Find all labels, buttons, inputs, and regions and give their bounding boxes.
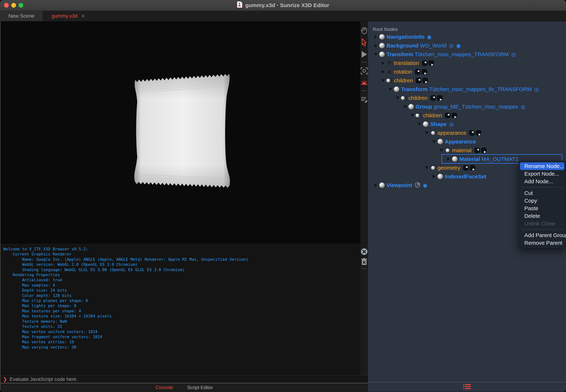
route-buttons[interactable] [415, 69, 427, 75]
menu-item-copy[interactable]: Copy [520, 197, 564, 205]
collapse-arrow-icon[interactable] [373, 35, 379, 39]
route-buttons[interactable] [469, 130, 481, 136]
visibility-circle-icon[interactable]: ◎ [521, 104, 525, 110]
route-input-icon[interactable] [416, 78, 421, 83]
outline-list-icon[interactable] [463, 383, 471, 391]
visibility-circle-icon[interactable]: ◎ [534, 87, 539, 92]
tab-console[interactable]: Console [156, 385, 173, 390]
tab-close-icon[interactable]: × [82, 13, 85, 19]
route-output-icon[interactable] [428, 60, 434, 66]
expand-arrow-icon[interactable] [380, 79, 386, 82]
tree-label: Background WO_World [387, 42, 447, 49]
collapse-arrow-icon[interactable] [380, 70, 386, 74]
tree-row-navigationinfo[interactable]: NavigationInfo◉ [368, 33, 566, 41]
route-output-icon[interactable] [437, 95, 442, 101]
tree-row-transform[interactable]: Transform Tütchen_rissc_mappes_ifs_TRANS… [368, 85, 566, 94]
route-output-icon[interactable] [470, 165, 475, 170]
menu-item-add-parent-group[interactable]: Add Parent Group [520, 231, 564, 239]
route-buttons[interactable] [422, 60, 434, 66]
visibility-circle-icon[interactable]: ◎ [449, 122, 454, 127]
expand-arrow-icon[interactable] [388, 88, 393, 91]
tree-row-material[interactable]: material [368, 146, 566, 155]
visibility-circle-icon[interactable]: ◎ [511, 52, 516, 57]
visibility-circle-icon[interactable]: ◎ [449, 43, 454, 48]
menu-item-delete[interactable]: Delete [520, 212, 564, 220]
collapse-arrow-icon[interactable] [373, 183, 379, 187]
route-input-icon[interactable] [422, 60, 427, 66]
route-input-icon[interactable] [463, 165, 469, 170]
pouch-render [133, 71, 231, 190]
route-buttons[interactable] [463, 165, 475, 170]
script-edit-icon[interactable] [360, 93, 368, 105]
tree-label: children [394, 77, 413, 84]
collapse-arrow-icon[interactable] [431, 175, 437, 178]
proximity-target-icon[interactable]: ◉ [456, 43, 461, 48]
viewpoint-capture-icon[interactable] [360, 65, 368, 77]
tree-row-rotation[interactable]: rotation [368, 68, 566, 76]
tree-row-appearance[interactable]: appearance [368, 128, 566, 137]
tree-row-background[interactable]: Background WO_World◎◉ [368, 41, 566, 50]
expand-arrow-icon[interactable] [424, 166, 430, 169]
route-output-icon[interactable] [481, 148, 487, 153]
route-output-icon[interactable] [422, 78, 428, 83]
menu-item-cut[interactable]: Cut [520, 189, 564, 197]
route-input-icon[interactable] [431, 95, 436, 101]
route-output-icon[interactable] [421, 69, 427, 75]
close-window-button[interactable] [4, 3, 9, 8]
route-buttons[interactable] [445, 113, 457, 118]
route-input-icon[interactable] [445, 113, 450, 118]
collapse-arrow-icon[interactable] [380, 61, 386, 65]
tree-row-transform[interactable]: Transform Tütchen_rissc_mappes_TRANSFORM… [368, 50, 566, 59]
tree-row-shape[interactable]: Shape◎ [368, 120, 566, 128]
expand-arrow-icon[interactable] [373, 53, 379, 56]
tree-row-children[interactable]: children [368, 111, 566, 120]
tree-row-children[interactable]: children [368, 76, 566, 85]
menu-item-add-node[interactable]: Add Node... [520, 178, 564, 185]
route-output-icon[interactable] [451, 113, 457, 118]
route-input-icon[interactable] [469, 130, 475, 136]
x3d-document-icon [237, 1, 243, 9]
titlebar: gummy.x3d · Sunrize X3D Editor [0, 0, 566, 11]
expand-arrow-icon[interactable] [424, 131, 430, 134]
expand-arrow-icon[interactable] [395, 97, 400, 99]
expand-arrow-icon[interactable] [409, 114, 415, 117]
zoom-window-button[interactable] [18, 3, 23, 8]
expand-arrow-icon[interactable] [402, 105, 408, 108]
expand-arrow-icon[interactable] [417, 123, 422, 126]
expand-arrow-icon[interactable] [439, 149, 444, 152]
viewport-3d[interactable] [0, 21, 360, 244]
tree-row-translation[interactable]: translation [368, 59, 566, 68]
console-output[interactable]: Welcome to X_ITE X3D Browser v9.5.2: Cur… [0, 244, 360, 375]
tab-script-editor[interactable]: Script Editor [187, 385, 213, 390]
route-buttons[interactable] [475, 148, 487, 153]
sunrise-light-icon[interactable] [360, 77, 368, 89]
wrench-circle-icon[interactable] [415, 182, 420, 189]
proximity-target-icon[interactable]: ◉ [427, 34, 432, 40]
tree-row-appearance[interactable]: Appearance [368, 137, 566, 146]
route-input-icon[interactable] [475, 148, 480, 153]
console-input[interactable]: ❯ Evaluate JavaScript code here. [0, 375, 368, 383]
collapse-arrow-icon[interactable] [373, 44, 379, 47]
tab-new-scene[interactable]: New Scene [0, 11, 43, 21]
menu-item-export-node[interactable]: Export Node... [520, 170, 564, 178]
menu-item-paste[interactable]: Paste [520, 205, 564, 212]
tree-row-children[interactable]: children [368, 94, 566, 102]
trash-icon[interactable] [360, 257, 368, 267]
route-buttons[interactable] [431, 95, 442, 101]
tree-row-group[interactable]: Group group_ME_Tütchen_rissc_mappes◎ [368, 102, 566, 111]
route-input-icon[interactable] [415, 69, 420, 75]
route-buttons[interactable] [416, 78, 428, 83]
proximity-target-icon[interactable]: ◉ [423, 183, 427, 188]
minimize-window-button[interactable] [11, 3, 16, 8]
menu-item-rename-node[interactable]: Rename Node... [520, 162, 564, 170]
hand-pan-tool[interactable] [360, 24, 368, 36]
play-icon[interactable] [360, 48, 368, 60]
tab-gummy-x3d[interactable]: gummy.x3d × [43, 11, 93, 21]
clear-circle-x-icon[interactable] [360, 247, 368, 257]
collapse-arrow-icon[interactable] [446, 157, 451, 161]
outline-header: Root Nodes [368, 21, 566, 33]
expand-arrow-icon[interactable] [431, 140, 437, 143]
route-output-icon[interactable] [476, 130, 481, 136]
menu-item-remove-parent[interactable]: Remove Parent [520, 239, 564, 247]
select-arrow-tool[interactable] [360, 36, 368, 48]
